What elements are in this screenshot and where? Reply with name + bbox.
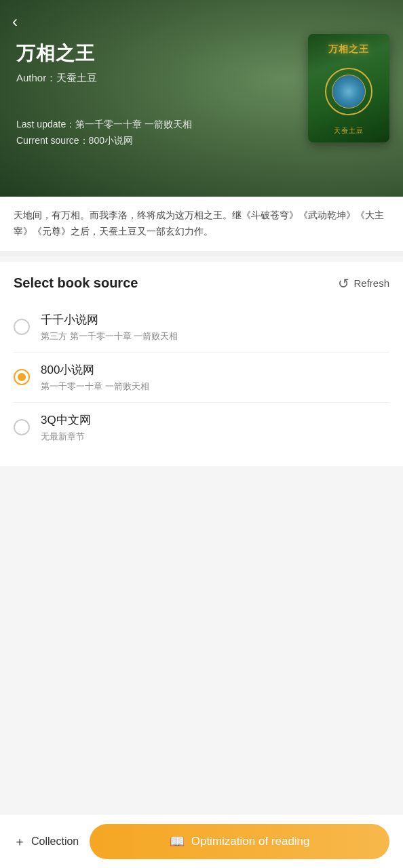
book-icon: 📖 xyxy=(170,834,185,849)
refresh-label: Refresh xyxy=(353,277,389,289)
book-cover-inner: 万相之王 天蚕土豆 xyxy=(308,34,389,142)
cover-author: 天蚕土豆 xyxy=(334,126,364,136)
source-item[interactable]: 800小说网 第一千零一十章 一箭败天相 xyxy=(14,353,389,403)
source-name-1: 千千小说网 xyxy=(41,312,389,328)
hero-section: ‹ 万相之王 Author：天蚕土豆 Last update：第一千零一十章 一… xyxy=(0,0,403,197)
source-item[interactable]: 千千小说网 第三方 第一千零一十章 一箭败天相 xyxy=(14,302,389,353)
last-update-value: 第一千零一十章 一箭败天相 xyxy=(75,119,192,130)
source-section: Select book source ↺ Refresh 千千小说网 第三方 第… xyxy=(0,262,403,466)
hero-text: 万相之王 Author：天蚕土豆 Last update：第一千零一十章 一箭败… xyxy=(16,41,297,147)
book-author: Author：天蚕土豆 xyxy=(16,72,297,85)
radio-inner-2 xyxy=(18,373,26,381)
radio-button-3[interactable] xyxy=(14,419,30,435)
hero-content: 万相之王 Author：天蚕土豆 Last update：第一千零一十章 一箭败… xyxy=(0,0,403,161)
footer: ＋ Collection 📖 Optimization of reading xyxy=(0,814,403,868)
source-chapter-1: 第三方 第一千零一十章 一箭败天相 xyxy=(41,330,389,342)
book-cover: 万相之王 天蚕土豆 xyxy=(308,34,389,142)
book-title: 万相之王 xyxy=(16,41,297,66)
source-item[interactable]: 3Q中文网 无最新章节 xyxy=(14,403,389,452)
source-name-3: 3Q中文网 xyxy=(41,412,389,428)
source-info-1: 千千小说网 第三方 第一千零一十章 一箭败天相 xyxy=(41,312,389,342)
book-description: 天地间，有万相。而我李洛，终将成为这万相之王。继《斗破苍穹》《武动乾坤》《大主宰… xyxy=(0,197,403,256)
source-chapter-3: 无最新章节 xyxy=(41,431,389,443)
last-update-label: Last update： xyxy=(16,119,75,130)
source-section-title: Select book source xyxy=(14,275,138,291)
source-header: Select book source ↺ Refresh xyxy=(14,262,389,302)
reading-label: Optimization of reading xyxy=(191,835,310,848)
author-label: Author： xyxy=(16,72,56,83)
source-name-2: 800小说网 xyxy=(41,362,389,378)
radio-button-1[interactable] xyxy=(14,319,30,335)
current-source-value: 800小说网 xyxy=(89,135,133,146)
source-chapter-2: 第一千零一十章 一箭败天相 xyxy=(41,380,389,393)
source-list: 千千小说网 第三方 第一千零一十章 一箭败天相 800小说网 第一千零一十章 一… xyxy=(14,302,389,466)
current-source: Current source：800小说网 xyxy=(16,135,297,147)
collection-label: Collection xyxy=(31,835,79,848)
cover-ornament xyxy=(325,68,372,115)
source-info-3: 3Q中文网 无最新章节 xyxy=(41,412,389,443)
cover-title: 万相之王 xyxy=(308,43,389,56)
current-source-label: Current source： xyxy=(16,135,89,146)
refresh-icon: ↺ xyxy=(338,275,349,292)
cover-gem xyxy=(332,75,366,108)
author-value: 天蚕土豆 xyxy=(56,72,97,83)
reading-button[interactable]: 📖 Optimization of reading xyxy=(90,824,389,859)
source-info-2: 800小说网 第一千零一十章 一箭败天相 xyxy=(41,362,389,393)
radio-button-2[interactable] xyxy=(14,369,30,385)
collection-button[interactable]: ＋ Collection xyxy=(14,833,79,850)
back-button[interactable]: ‹ xyxy=(12,14,18,30)
plus-icon: ＋ xyxy=(14,833,26,850)
refresh-button[interactable]: ↺ Refresh xyxy=(338,275,389,292)
last-update: Last update：第一千零一十章 一箭败天相 xyxy=(16,119,297,131)
